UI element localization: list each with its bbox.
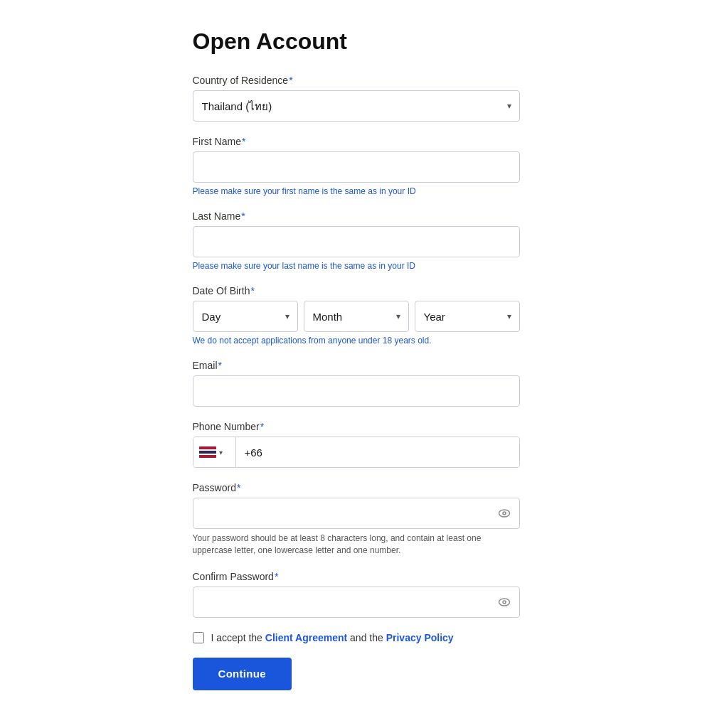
- password-wrapper: [193, 498, 520, 529]
- client-agreement-link[interactable]: Client Agreement: [265, 632, 347, 643]
- last-name-label: Last Name*: [193, 210, 520, 222]
- first-name-helper: Please make sure your first name is the …: [193, 186, 520, 196]
- phone-row: ▾: [193, 437, 520, 468]
- phone-input[interactable]: [236, 437, 519, 467]
- date-of-birth-group: Date Of Birth* Day 123 456 789 101112 13…: [193, 285, 520, 346]
- eye-icon: [497, 506, 511, 520]
- terms-row: I accept the Client Agreement and the Pr…: [193, 632, 520, 643]
- dob-warning: We do not accept applications from anyon…: [193, 336, 520, 346]
- month-select-wrapper: Month JanuaryFebruary MarchApril MayJune…: [304, 301, 409, 332]
- privacy-policy-link[interactable]: Privacy Policy: [386, 632, 454, 643]
- password-helper: Your password should be at least 8 chara…: [193, 532, 520, 557]
- confirm-password-toggle-button[interactable]: [497, 595, 511, 609]
- dob-row: Day 123 456 789 101112 131415 161718 192…: [193, 301, 520, 332]
- confirm-password-group: Confirm Password*: [193, 571, 520, 618]
- confirm-password-input[interactable]: [193, 587, 520, 618]
- svg-point-3: [502, 601, 505, 604]
- password-group: Password* Your password should be at lea…: [193, 482, 520, 557]
- last-name-helper: Please make sure your last name is the s…: [193, 261, 520, 271]
- terms-checkbox[interactable]: [193, 632, 204, 643]
- year-select[interactable]: Year 20052004 20032002 20012000 19991998…: [415, 301, 520, 332]
- password-label: Password*: [193, 482, 520, 493]
- phone-country-selector[interactable]: ▾: [193, 437, 236, 467]
- form-container: Open Account Country of Residence* Thail…: [193, 28, 520, 690]
- country-of-residence-select[interactable]: Thailand (ไทย) United States United King…: [193, 90, 520, 122]
- month-select[interactable]: Month JanuaryFebruary MarchApril MayJune…: [304, 301, 409, 332]
- first-name-group: First Name* Please make sure your first …: [193, 136, 520, 196]
- phone-number-group: Phone Number* ▾: [193, 421, 520, 468]
- email-input[interactable]: [193, 375, 520, 407]
- first-name-input[interactable]: [193, 151, 520, 183]
- confirm-password-wrapper: [193, 587, 520, 618]
- svg-point-0: [499, 510, 509, 517]
- last-name-input[interactable]: [193, 226, 520, 257]
- last-name-group: Last Name* Please make sure your last na…: [193, 210, 520, 271]
- country-of-residence-label: Country of Residence*: [193, 75, 520, 86]
- phone-number-label: Phone Number*: [193, 421, 520, 432]
- thai-flag-icon: [199, 446, 216, 458]
- page-title: Open Account: [193, 28, 520, 55]
- eye-icon-confirm: [497, 595, 511, 609]
- first-name-label: First Name*: [193, 136, 520, 147]
- password-input[interactable]: [193, 498, 520, 529]
- year-select-wrapper: Year 20052004 20032002 20012000 19991998…: [415, 301, 520, 332]
- svg-point-2: [499, 599, 509, 606]
- phone-country-chevron-icon: ▾: [219, 449, 223, 456]
- confirm-password-label: Confirm Password*: [193, 571, 520, 582]
- day-select[interactable]: Day 123 456 789 101112 131415 161718 192…: [193, 301, 298, 332]
- email-group: Email*: [193, 360, 520, 407]
- terms-label[interactable]: I accept the Client Agreement and the Pr…: [211, 632, 454, 643]
- password-toggle-button[interactable]: [497, 506, 511, 520]
- email-label: Email*: [193, 360, 520, 371]
- date-of-birth-label: Date Of Birth*: [193, 285, 520, 296]
- svg-point-1: [502, 512, 505, 515]
- country-of-residence-group: Country of Residence* Thailand (ไทย) Uni…: [193, 75, 520, 122]
- country-of-residence-select-wrapper: Thailand (ไทย) United States United King…: [193, 90, 520, 122]
- continue-button[interactable]: Continue: [193, 658, 292, 690]
- day-select-wrapper: Day 123 456 789 101112 131415 161718 192…: [193, 301, 298, 332]
